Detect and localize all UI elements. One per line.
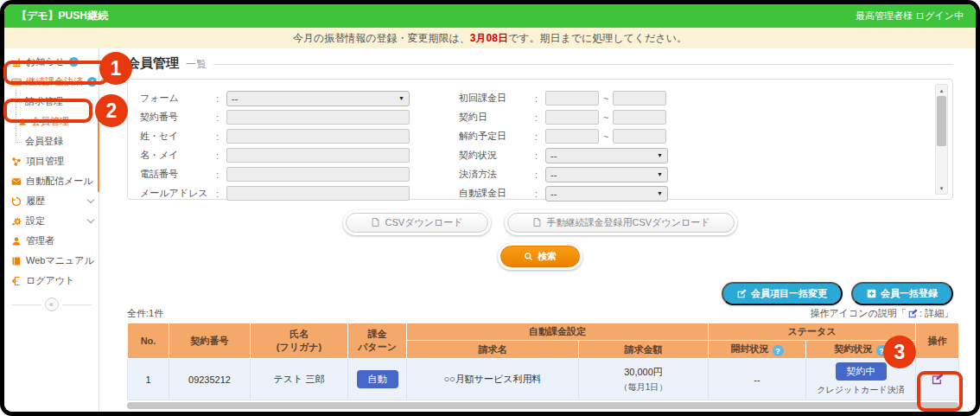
sidebar-item-member-management[interactable]: 会員管理 bbox=[4, 112, 99, 131]
person-icon bbox=[11, 236, 22, 246]
form-field-auto-billing-day: 自動課金日 : -- ▼ bbox=[459, 185, 902, 202]
sidebar-item-logout[interactable]: ログアウト bbox=[4, 271, 99, 291]
form-field-contract-date: 契約日 : ~ bbox=[459, 109, 902, 125]
notice-text-post: です。期日までに処理してください。 bbox=[508, 31, 687, 46]
sidebar-collapse-row: « bbox=[4, 298, 99, 311]
first-billing-date-to-input[interactable] bbox=[613, 91, 666, 106]
col-header-contract-status: 契約状況? bbox=[806, 340, 916, 359]
sidebar-item-field-management[interactable]: 項目管理 bbox=[4, 151, 99, 171]
bar-chart-icon bbox=[11, 57, 22, 67]
person-icon bbox=[18, 118, 27, 126]
form-field-payment-method: 決済方法 : -- ▼ bbox=[459, 166, 902, 182]
logout-icon bbox=[11, 276, 22, 286]
icon-help-text: 操作アイコンの説明「 : 詳細」 bbox=[811, 307, 953, 320]
cell-no: 1 bbox=[128, 359, 169, 400]
first-name-input[interactable] bbox=[226, 148, 410, 163]
book-icon bbox=[11, 256, 22, 266]
members-table: No. 契約番号 氏名 (フリガナ) 課金 パターン 自動課金設定 bbox=[127, 323, 959, 400]
payment-method: クレジットカード決済 bbox=[809, 384, 913, 396]
sidebar-item-recurring-billing[interactable]: 継続課金決済 i bbox=[4, 72, 99, 92]
credit-card-icon bbox=[11, 77, 22, 87]
sidebar-item-web-manual[interactable]: Webマニュアル bbox=[4, 251, 99, 271]
bulk-change-button[interactable]: 会員項目一括変更 bbox=[722, 282, 843, 305]
bulk-action-row: 会員項目一括変更 会員一括登録 bbox=[127, 282, 953, 305]
notice-bar: 今月の振替情報の登録・変更期限は、 3月08日 です。期日までに処理してください… bbox=[4, 28, 976, 48]
app-window: 【デモ】PUSH継続 最高管理者様 ログイン中 今月の振替情報の登録・変更期限は… bbox=[4, 4, 976, 412]
nodes-icon bbox=[11, 157, 22, 167]
csv-button-row: CSVダウンロード 手動継続課金登録用CSVダウンロード bbox=[127, 210, 953, 235]
cell-invoice-name: ○○月額サービス利用料 bbox=[407, 359, 579, 400]
form-field-email: メールアドレス : bbox=[140, 185, 438, 202]
scroll-down-icon[interactable]: ▼ bbox=[936, 182, 947, 194]
sidebar-collapse-button[interactable]: « bbox=[45, 298, 59, 311]
cell-contract-no: 09235212 bbox=[169, 359, 251, 400]
form-field-cancel-date: 解約予定日 : ~ bbox=[459, 128, 902, 144]
app-title: 【デモ】PUSH継続 bbox=[16, 9, 108, 23]
history-icon bbox=[11, 196, 22, 207]
sidebar-item-news[interactable]: お知らせ i bbox=[4, 52, 99, 72]
edit-icon[interactable] bbox=[932, 373, 944, 385]
help-icon[interactable]: ? bbox=[876, 345, 888, 356]
cell-billing-pattern: 自動 bbox=[348, 359, 407, 400]
contract-date-to-input[interactable] bbox=[613, 110, 666, 125]
cell-open-status: -- bbox=[709, 359, 806, 400]
search-panel: フォーム : -- ▼ 契約番号 : bbox=[127, 79, 953, 200]
bulk-register-button[interactable]: 会員一括登録 bbox=[851, 282, 953, 305]
first-billing-date-from-input[interactable] bbox=[545, 91, 599, 106]
cell-action bbox=[916, 359, 959, 400]
table-horizontal-scrollbar[interactable] bbox=[127, 402, 958, 409]
search-button[interactable]: 検索 bbox=[500, 246, 580, 267]
billing-pattern-badge[interactable]: 自動 bbox=[357, 370, 398, 388]
scroll-up-icon[interactable]: ▲ bbox=[936, 85, 947, 96]
form-field-contract-number: 契約番号 : bbox=[140, 109, 438, 125]
csv-file-icon bbox=[371, 217, 380, 229]
help-icon[interactable]: ? bbox=[773, 345, 784, 356]
sidebar-item-administrator[interactable]: 管理者 bbox=[4, 231, 99, 251]
col-header-no: No. bbox=[128, 323, 169, 359]
chevron-down-icon: ▼ bbox=[657, 171, 663, 177]
payment-method-select[interactable]: -- ▼ bbox=[545, 167, 668, 182]
phone-input[interactable] bbox=[226, 167, 410, 182]
contract-status-badge[interactable]: 契約中 bbox=[836, 362, 887, 381]
form-select[interactable]: -- ▼ bbox=[226, 91, 410, 106]
sidebar: お知らせ i 継続課金決済 i 請求管理 会員管理 bbox=[4, 48, 99, 412]
page-title-row: 会員管理 一覧 bbox=[127, 55, 953, 72]
envelope-icon bbox=[11, 176, 22, 187]
top-header-bar: 【デモ】PUSH継続 最高管理者様 ログイン中 bbox=[4, 4, 976, 28]
contract-status-select[interactable]: -- ▼ bbox=[545, 148, 668, 163]
notice-date: 3月08日 bbox=[470, 31, 508, 46]
cancel-date-to-input[interactable] bbox=[613, 129, 666, 144]
cell-name: テスト 三郎 bbox=[251, 359, 348, 400]
sidebar-item-settings[interactable]: 設定 bbox=[4, 211, 99, 231]
last-name-input[interactable] bbox=[226, 129, 410, 144]
sidebar-item-member-registration[interactable]: 会員登録 bbox=[4, 131, 99, 151]
col-header-action: 操作 bbox=[916, 323, 959, 359]
chevron-down-icon: ▼ bbox=[398, 95, 404, 101]
sidebar-item-invoice-management[interactable]: 請求管理 bbox=[4, 92, 99, 112]
search-icon bbox=[524, 252, 533, 261]
manual-csv-download-button[interactable]: 手動継続課金登録用CSVダウンロード bbox=[507, 213, 735, 233]
search-button-row: 検索 bbox=[127, 243, 953, 270]
csv-download-button[interactable]: CSVダウンロード bbox=[346, 213, 488, 233]
contract-number-input[interactable] bbox=[226, 110, 410, 125]
login-status: 最高管理者様 ログイン中 bbox=[856, 10, 964, 22]
scrollbar-thumb[interactable] bbox=[937, 96, 946, 146]
page-subtitle: 一覧 bbox=[186, 57, 207, 72]
info-icon[interactable]: i bbox=[87, 77, 97, 86]
form-field-first-name: 名・メイ : bbox=[140, 147, 438, 163]
auto-billing-day-select[interactable]: -- ▼ bbox=[545, 186, 668, 202]
sidebar-item-history[interactable]: 履歴 bbox=[4, 191, 99, 211]
panel-scrollbar[interactable]: ▲ ▼ bbox=[935, 84, 948, 195]
chevron-down-icon: ▼ bbox=[657, 152, 663, 158]
email-input[interactable] bbox=[226, 186, 410, 201]
sidebar-item-auto-mail[interactable]: 自動配信メール bbox=[4, 171, 99, 191]
cancel-date-from-input[interactable] bbox=[545, 129, 599, 144]
csv-file-icon bbox=[532, 217, 542, 229]
sidebar-subgroup: 請求管理 会員管理 会員登録 bbox=[4, 92, 99, 151]
plus-icon bbox=[867, 289, 876, 298]
gear-icon bbox=[11, 216, 22, 227]
info-icon[interactable]: i bbox=[69, 57, 79, 67]
contract-date-from-input[interactable] bbox=[545, 110, 599, 125]
cell-contract-status: 契約中 クレジットカード決済 bbox=[806, 359, 916, 400]
screenshot-frame: 【デモ】PUSH継続 最高管理者様 ログイン中 今月の振替情報の登録・変更期限は… bbox=[0, 0, 980, 416]
